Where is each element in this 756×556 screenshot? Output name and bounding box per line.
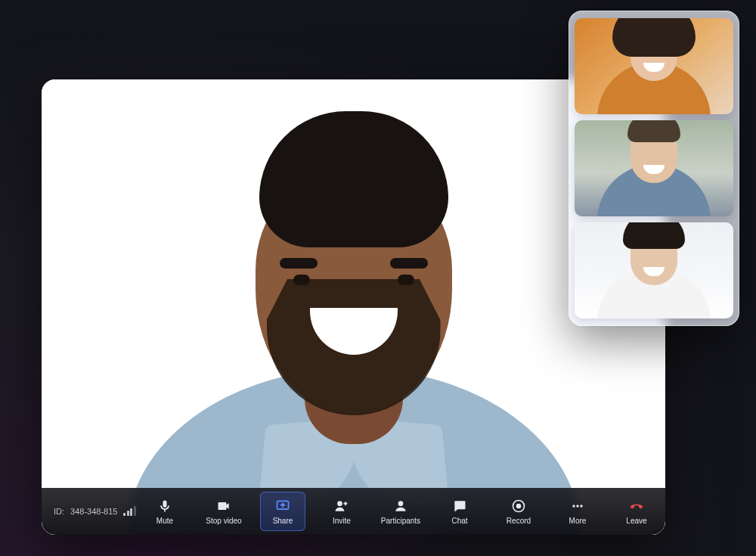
microphone-icon	[157, 499, 172, 514]
stop-video-button[interactable]: Stop video	[201, 492, 246, 531]
stop-video-label: Stop video	[206, 517, 241, 525]
leave-button[interactable]: Leave	[614, 492, 659, 531]
svg-point-4	[516, 503, 522, 508]
mute-label: Mute	[156, 517, 173, 525]
meeting-id-value: 348-348-815	[70, 507, 117, 516]
chat-icon	[452, 499, 467, 514]
participant-thumbnail[interactable]	[575, 222, 733, 318]
add-person-icon	[334, 499, 349, 514]
more-button[interactable]: More	[555, 492, 600, 531]
hang-up-icon	[629, 499, 644, 514]
svg-point-5	[572, 505, 575, 507]
participants-button[interactable]: Participants	[378, 492, 423, 531]
camera-icon	[216, 499, 231, 514]
leave-label: Leave	[626, 517, 646, 525]
svg-point-7	[580, 505, 582, 507]
share-button[interactable]: Share	[260, 492, 305, 531]
svg-point-6	[576, 505, 578, 507]
svg-point-1	[337, 501, 342, 506]
more-label: More	[569, 517, 587, 525]
mute-button[interactable]: Mute	[142, 492, 187, 531]
avatar	[597, 62, 711, 114]
avatar	[597, 164, 711, 216]
toolbar-buttons: Mute Stop video Share Invite	[136, 492, 665, 531]
chat-button[interactable]: Chat	[437, 492, 482, 531]
invite-button[interactable]: Invite	[319, 492, 364, 531]
person-icon	[393, 499, 408, 514]
meeting-id-label: ID:	[54, 507, 64, 516]
share-screen-icon	[275, 499, 290, 514]
record-button[interactable]: Record	[496, 492, 541, 531]
share-label: Share	[273, 517, 293, 525]
meeting-id: ID: 348-348-815	[42, 507, 136, 516]
call-toolbar: ID: 348-348-815 Mute Stop video	[42, 488, 665, 535]
svg-point-2	[398, 501, 404, 506]
chat-label: Chat	[451, 517, 467, 525]
participant-thumbnails-panel	[569, 11, 739, 326]
record-label: Record	[507, 517, 531, 525]
main-speaker-avatar	[142, 111, 565, 535]
participants-label: Participants	[381, 517, 420, 525]
signal-strength-icon	[123, 507, 136, 516]
avatar	[597, 266, 711, 318]
participant-thumbnail[interactable]	[575, 120, 733, 216]
more-icon	[570, 499, 585, 514]
participant-thumbnail[interactable]	[575, 18, 733, 114]
invite-label: Invite	[333, 517, 351, 525]
record-icon	[511, 499, 526, 514]
